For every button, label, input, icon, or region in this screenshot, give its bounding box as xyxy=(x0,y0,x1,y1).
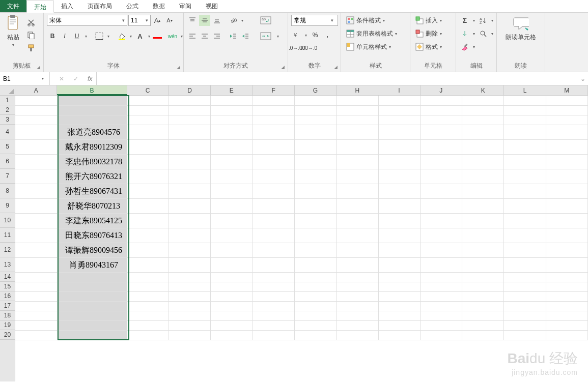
col-header-C[interactable]: C xyxy=(127,85,169,95)
cell-B19[interactable] xyxy=(57,320,127,330)
cell-D3[interactable] xyxy=(169,115,211,125)
cell-E10[interactable] xyxy=(211,213,253,228)
cell-E18[interactable] xyxy=(211,311,253,320)
autosum-dropdown[interactable]: ▾ xyxy=(471,18,477,23)
decrease-indent-button[interactable] xyxy=(228,31,239,42)
decrease-decimal-button[interactable]: .00→.0 xyxy=(303,42,315,53)
clear-dropdown[interactable]: ▾ xyxy=(471,45,477,49)
cell-M17[interactable] xyxy=(546,301,587,311)
cell-K11[interactable] xyxy=(462,228,504,243)
cell-A18[interactable] xyxy=(15,311,57,320)
row-header-14[interactable]: 14 xyxy=(0,272,15,282)
tab-insert[interactable]: 插入 xyxy=(54,0,80,12)
align-top-button[interactable] xyxy=(187,15,198,26)
cell-B10[interactable] xyxy=(57,213,127,228)
cell-L5[interactable] xyxy=(504,139,546,154)
cell-J17[interactable] xyxy=(420,301,462,311)
cell-I14[interactable] xyxy=(378,272,420,282)
cell-H10[interactable] xyxy=(337,213,378,228)
cell-M2[interactable] xyxy=(546,105,587,115)
sort-filter-button[interactable]: AZ xyxy=(478,15,489,26)
cell-C1[interactable] xyxy=(127,96,169,105)
cell-M19[interactable] xyxy=(546,320,587,330)
underline-button[interactable]: U xyxy=(71,31,82,42)
cell-L9[interactable] xyxy=(504,198,546,213)
enter-formula-button[interactable]: ✓ xyxy=(71,75,80,82)
cell-K6[interactable] xyxy=(462,154,504,169)
cell-I2[interactable] xyxy=(378,105,420,115)
cell-K2[interactable] xyxy=(462,105,504,115)
cell-F6[interactable] xyxy=(253,154,294,169)
cell-D8[interactable] xyxy=(169,184,211,198)
cell-G5[interactable] xyxy=(294,139,336,154)
cell-K5[interactable] xyxy=(462,139,504,154)
col-header-F[interactable]: F xyxy=(253,85,294,95)
accounting-dropdown[interactable]: ▾ xyxy=(303,33,309,38)
cell-M16[interactable] xyxy=(546,291,587,301)
alignment-dialog-launcher[interactable]: ◢ xyxy=(281,65,285,70)
cell-D1[interactable] xyxy=(169,96,211,105)
cell-H8[interactable] xyxy=(337,184,378,198)
cell-A13[interactable] xyxy=(15,257,57,272)
cell-L18[interactable] xyxy=(504,311,546,320)
row-header-19[interactable]: 19 xyxy=(0,320,15,330)
col-header-D[interactable]: D xyxy=(169,85,211,95)
font-color-button[interactable]: A xyxy=(134,31,146,42)
cell-J20[interactable] xyxy=(420,330,462,340)
cell-C16[interactable] xyxy=(127,291,169,301)
cell-G7[interactable] xyxy=(294,169,336,184)
align-right-button[interactable] xyxy=(211,31,222,42)
row-header-7[interactable]: 7 xyxy=(0,169,15,184)
cell-L12[interactable] xyxy=(504,243,546,257)
font-dialog-launcher[interactable]: ◢ xyxy=(177,65,180,70)
cell-B8[interactable] xyxy=(57,184,127,198)
read-cells-button[interactable]: 朗读单元格 xyxy=(503,15,538,43)
font-size-combo[interactable]: ▾ xyxy=(128,15,151,26)
cell-D7[interactable] xyxy=(169,169,211,184)
cell-M4[interactable] xyxy=(546,125,587,139)
cell-D2[interactable] xyxy=(169,105,211,115)
font-name-combo[interactable]: ▾ xyxy=(47,15,127,26)
cell-A5[interactable] xyxy=(15,139,57,154)
cell-G4[interactable] xyxy=(294,125,336,139)
cell-G9[interactable] xyxy=(294,198,336,213)
cell-A3[interactable] xyxy=(15,115,57,125)
cell-G8[interactable] xyxy=(294,184,336,198)
cell-D18[interactable] xyxy=(169,311,211,320)
border-dropdown[interactable]: ▾ xyxy=(106,34,111,39)
cell-C19[interactable] xyxy=(127,320,169,330)
font-name-input[interactable] xyxy=(47,15,120,25)
cell-E11[interactable] xyxy=(211,228,253,243)
cell-B16[interactable] xyxy=(57,291,127,301)
cell-B1[interactable] xyxy=(57,96,127,105)
cell-E17[interactable] xyxy=(211,301,253,311)
cell-M3[interactable] xyxy=(546,115,587,125)
cell-I17[interactable] xyxy=(378,301,420,311)
cell-C18[interactable] xyxy=(127,311,169,320)
cell-C3[interactable] xyxy=(127,115,169,125)
cell-J19[interactable] xyxy=(420,320,462,330)
cell-D17[interactable] xyxy=(169,301,211,311)
cell-K16[interactable] xyxy=(462,291,504,301)
cell-A12[interactable] xyxy=(15,243,57,257)
cell-J5[interactable] xyxy=(420,139,462,154)
cell-L14[interactable] xyxy=(504,272,546,282)
cell-G16[interactable] xyxy=(294,291,336,301)
row-header-12[interactable]: 12 xyxy=(0,243,15,257)
cell-K18[interactable] xyxy=(462,311,504,320)
number-format-input[interactable] xyxy=(292,15,328,25)
cell-G13[interactable] xyxy=(294,257,336,272)
cell-F5[interactable] xyxy=(253,139,294,154)
cell-J11[interactable] xyxy=(420,228,462,243)
cell-B7[interactable] xyxy=(57,169,127,184)
cell-E20[interactable] xyxy=(211,330,253,340)
fill-dropdown[interactable]: ▾ xyxy=(471,32,477,36)
fill-color-button[interactable] xyxy=(116,31,127,42)
cell-J4[interactable] xyxy=(420,125,462,139)
cell-M20[interactable] xyxy=(546,330,587,340)
cell-D19[interactable] xyxy=(169,320,211,330)
cut-button[interactable] xyxy=(25,17,37,28)
chevron-down-icon[interactable]: ▾ xyxy=(328,18,335,23)
cell-G15[interactable] xyxy=(294,282,336,291)
cell-E9[interactable] xyxy=(211,198,253,213)
